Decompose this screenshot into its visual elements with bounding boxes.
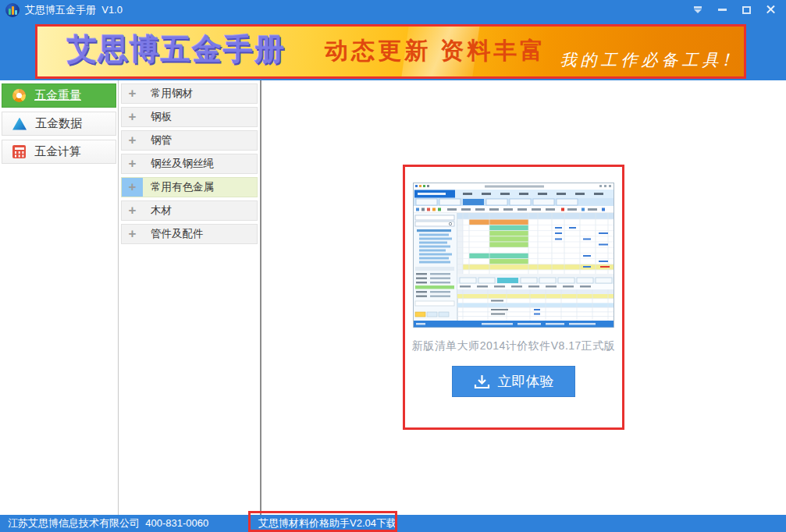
price-assistant-download-link[interactable]: 艾思博材料价格助手V2.04下载 bbox=[258, 515, 397, 532]
category-menu: + 常用钢材 + 钢板 + 钢管 + 钢丝及钢丝绳 + 常用有色金属 + 木材 bbox=[119, 80, 261, 515]
menu-item-wood[interactable]: + 木材 bbox=[121, 200, 258, 221]
minimize-icon[interactable] bbox=[713, 0, 731, 20]
app-logo-icon bbox=[5, 3, 20, 17]
banner-tagline-text: 我的工作必备工具! bbox=[560, 49, 733, 71]
sidebar-nav: 五金重量 五金数据 五金计算 bbox=[0, 80, 119, 515]
sidebar-item-hardware-weight[interactable]: 五金重量 bbox=[2, 83, 116, 108]
window-controls bbox=[689, 0, 786, 20]
calculator-icon bbox=[12, 145, 26, 158]
company-info-text: 江苏艾思博信息技术有限公司 400-831-0060 bbox=[8, 515, 208, 532]
software-screenshot-thumbnail bbox=[413, 183, 614, 328]
menu-item-steel-pipe[interactable]: + 钢管 bbox=[121, 130, 258, 151]
content-area: 五金重量 五金数据 五金计算 + 常用钢材 + 钢板 + 钢管 bbox=[0, 80, 786, 515]
banner-zone: 艾思博五金手册 动态更新 资料丰富 我的工作必备工具! bbox=[0, 20, 786, 80]
menu-item-nonferrous-metal[interactable]: + 常用有色金属 bbox=[121, 177, 258, 197]
banner-annotation-box[interactable]: 艾思博五金手册 动态更新 资料丰富 我的工作必备工具! bbox=[35, 24, 746, 79]
sidebar-item-hardware-data[interactable]: 五金数据 bbox=[2, 112, 116, 136]
drive-triangle-icon bbox=[12, 118, 27, 130]
sidebar-item-hardware-calc[interactable]: 五金计算 bbox=[2, 140, 116, 164]
screenshot-graphic bbox=[413, 183, 614, 328]
download-icon bbox=[474, 374, 490, 389]
window-title: 艾思博五金手册 V1.0 bbox=[25, 3, 123, 17]
expand-plus-icon[interactable]: + bbox=[122, 178, 143, 197]
expand-plus-icon[interactable]: + bbox=[122, 108, 143, 126]
menu-item-steel-wire[interactable]: + 钢丝及钢丝绳 bbox=[121, 154, 258, 174]
status-bar: 江苏艾思博信息技术有限公司 400-831-0060 艾思博材料价格助手V2.0… bbox=[0, 515, 786, 532]
sidebar-item-label: 五金数据 bbox=[35, 116, 82, 131]
expand-plus-icon[interactable]: + bbox=[122, 131, 143, 150]
expand-plus-icon[interactable]: + bbox=[122, 154, 143, 173]
expand-plus-icon[interactable]: + bbox=[122, 225, 143, 243]
menu-item-steel-plate[interactable]: + 钢板 bbox=[121, 107, 258, 127]
menu-item-pipe-fittings[interactable]: + 管件及配件 bbox=[121, 224, 258, 244]
try-now-button[interactable]: 立即体验 bbox=[452, 366, 575, 397]
skin-menu-icon[interactable] bbox=[689, 0, 706, 20]
sidebar-item-label: 五金重量 bbox=[34, 88, 81, 103]
banner-slogan-text: 动态更新 资料丰富 bbox=[325, 35, 546, 67]
app-window: 艾思博五金手册 V1.0 艾思博五金手册 动态更新 资料丰富 我的工作必备工具!… bbox=[0, 0, 786, 532]
sidebar-item-label: 五金计算 bbox=[34, 144, 81, 159]
expand-plus-icon[interactable]: + bbox=[122, 84, 143, 103]
close-icon[interactable] bbox=[762, 0, 779, 20]
pinwheel-icon bbox=[12, 89, 26, 102]
menu-item-common-steel[interactable]: + 常用钢材 bbox=[121, 83, 258, 104]
expand-plus-icon[interactable]: + bbox=[122, 201, 143, 220]
promo-annotation-box: 新版清单大师2014计价软件V8.17正式版 立即体验 bbox=[403, 165, 624, 430]
maximize-icon[interactable] bbox=[738, 0, 755, 20]
banner-brand-text: 艾思博五金手册 bbox=[67, 30, 286, 69]
main-panel: 新版清单大师2014计价软件V8.17正式版 立即体验 bbox=[261, 80, 786, 515]
promo-caption: 新版清单大师2014计价软件V8.17正式版 bbox=[405, 339, 622, 353]
title-bar: 艾思博五金手册 V1.0 bbox=[0, 0, 786, 20]
try-now-label: 立即体验 bbox=[498, 372, 554, 391]
